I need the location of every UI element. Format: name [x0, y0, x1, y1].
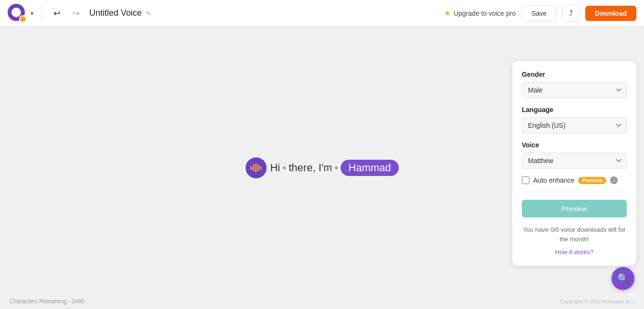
- undo-button[interactable]: ↩: [49, 6, 64, 21]
- header-divider: [41, 6, 42, 21]
- copyright: Copyright © 2022 Animaker In...: [560, 299, 634, 304]
- premium-badge: Premium: [578, 177, 606, 184]
- header-right: ★ Upgrade to voice pro Save ⤴ Download: [444, 5, 636, 22]
- title-area: Untitled Voice ✎: [89, 8, 151, 18]
- downloads-info: You have 0/0 voice downloads left for th…: [522, 225, 627, 244]
- bottom-bar: Characters Remaining - 2480 Copyright © …: [0, 294, 644, 309]
- star-icon: ★: [444, 9, 451, 18]
- logo[interactable]: [8, 4, 27, 23]
- language-select[interactable]: English (US) English (UK) Spanish French: [522, 117, 627, 134]
- audio-bar-2: [253, 165, 254, 171]
- edit-title-icon[interactable]: ✎: [146, 10, 151, 17]
- voice-label: Voice: [522, 141, 627, 149]
- voice-text-area: Hi there, I'm Hammad: [245, 157, 399, 178]
- share-button[interactable]: ⤴: [562, 5, 580, 22]
- header-left: ▾ ↩ ↪ Untitled Voice ✎: [8, 4, 151, 23]
- search-icon: 🔍: [617, 273, 629, 284]
- text-hi: Hi: [270, 162, 280, 174]
- audio-bar-4: [257, 165, 259, 171]
- download-button[interactable]: Download: [585, 6, 636, 21]
- redo-button[interactable]: ↪: [68, 6, 84, 21]
- header: ▾ ↩ ↪ Untitled Voice ✎ ★ Upgrade to voic…: [0, 0, 644, 27]
- audio-bars: [250, 163, 261, 173]
- auto-enhance-label: Auto enhance: [533, 176, 574, 184]
- auto-enhance-checkbox[interactable]: [522, 176, 529, 184]
- audio-bar-5: [260, 166, 261, 170]
- logo-dropdown-arrow[interactable]: ▾: [31, 10, 33, 17]
- text-there: there, I'm: [289, 162, 332, 174]
- gender-select[interactable]: Male Female: [522, 82, 627, 98]
- dot-1: [283, 166, 286, 169]
- gender-label: Gender: [522, 71, 627, 78]
- highlighted-word: Hammad: [341, 160, 399, 176]
- chars-remaining: Characters Remaining - 2480: [10, 298, 84, 305]
- preview-button[interactable]: Preview: [522, 200, 627, 217]
- language-label: Language: [522, 106, 627, 113]
- share-icon: ⤴: [569, 9, 573, 18]
- right-panel: Gender Male Female Language English (US)…: [512, 61, 636, 266]
- project-title: Untitled Voice: [89, 8, 142, 18]
- auto-enhance-row: Auto enhance Premium i: [522, 176, 627, 184]
- upgrade-label: Upgrade to voice pro: [454, 10, 516, 17]
- panel-divider: [522, 192, 627, 192]
- audio-bar-1: [250, 166, 252, 170]
- how-it-works-link[interactable]: How it works?: [555, 248, 594, 256]
- voice-select[interactable]: Matthew Joanna Ivy Justin: [522, 153, 627, 169]
- how-it-works: How it works?: [522, 247, 627, 256]
- save-button[interactable]: Save: [521, 5, 557, 21]
- info-icon[interactable]: i: [610, 176, 618, 184]
- floating-search-button[interactable]: 🔍: [612, 267, 634, 290]
- dot-2: [335, 166, 338, 169]
- audio-icon[interactable]: [245, 157, 266, 178]
- audio-bar-3: [255, 163, 256, 173]
- main-canvas: Hi there, I'm Hammad Gender Male Female …: [0, 27, 644, 309]
- voice-text-content: Hi there, I'm Hammad: [270, 160, 399, 176]
- upgrade-button[interactable]: ★ Upgrade to voice pro: [444, 9, 516, 18]
